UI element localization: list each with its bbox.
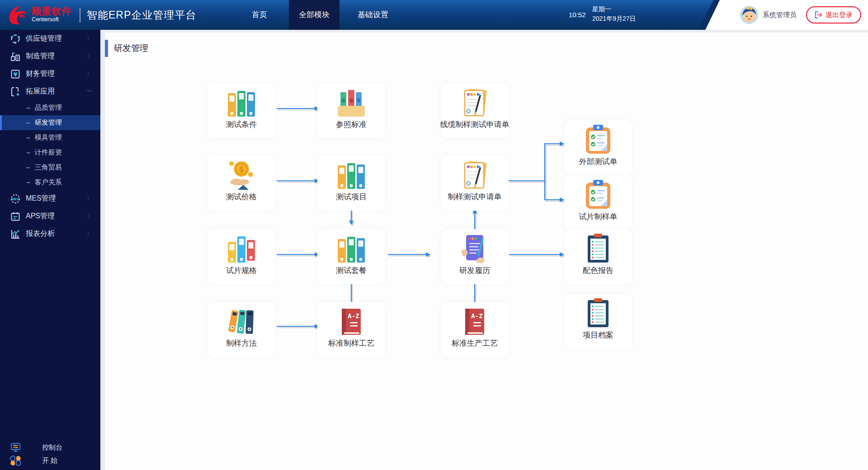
title-accent-bar	[105, 40, 108, 57]
submenu-dash-icon: −	[26, 149, 30, 156]
flow-node-label: 标准制样工艺	[290, 338, 412, 348]
manufacturing-icon	[10, 51, 21, 62]
app-title: 智能ERP企业管理平台	[87, 0, 196, 30]
flow-node-label: 标准生产工艺	[414, 338, 536, 348]
sidebar-item-1[interactable]: 供应链管理〉	[0, 30, 100, 47]
sidebar-item-label: 计件薪资	[35, 148, 62, 157]
flow-node[interactable]: A-Z标准生产工艺	[441, 302, 509, 357]
clipboard-navy-icon	[582, 297, 614, 330]
bookshelf-icon	[335, 87, 368, 119]
sidebar-item-12[interactable]: APS管理〉	[0, 207, 100, 225]
footer-console-button[interactable]: 控制台	[0, 441, 100, 454]
sidebar-item-6[interactable]: −研发管理	[0, 115, 100, 130]
sidebar-item-label: APS管理	[26, 212, 55, 221]
flow-node[interactable]: 项目档案	[564, 294, 632, 349]
sidebar-item-label: 三角贸易	[35, 163, 62, 172]
console-icon	[10, 442, 21, 453]
flow-node-label: 测试条件	[180, 119, 302, 130]
footer-start-button[interactable]: 开 始	[0, 454, 100, 467]
sidebar-item-8[interactable]: −计件薪资	[0, 145, 100, 160]
flow-node[interactable]: 测试条件	[208, 83, 275, 138]
flow-node[interactable]: 制样测试申请单	[441, 155, 509, 211]
sidebar-item-10[interactable]: −客户关系	[0, 175, 100, 190]
sidebar-item-2[interactable]: 制造管理〉	[0, 47, 100, 65]
sidebar-item-11[interactable]: MESMES管理〉	[0, 190, 100, 207]
doc-pen-icon	[458, 159, 491, 192]
submenu-dash-icon: −	[26, 164, 30, 171]
flow-node-label: 制样测试申请单	[414, 192, 536, 202]
sidebar-item-label: 财务管理	[26, 69, 55, 79]
svg-text:A-Z: A-Z	[348, 312, 359, 320]
purple-doc-icon	[458, 233, 491, 265]
report-icon	[10, 229, 21, 240]
chevron-right-icon: 〉	[87, 212, 92, 220]
clipboard-navy-icon	[582, 233, 614, 265]
current-user-name: 系统管理员	[763, 0, 797, 30]
flow-node[interactable]: 配色报告	[564, 229, 632, 284]
clipboard-orange-icon	[582, 179, 614, 212]
doc-pen-icon	[458, 87, 491, 119]
footer-label: 开 始	[42, 456, 57, 465]
footer-label: 控制台	[42, 443, 62, 452]
svg-text:$: $	[239, 165, 244, 174]
flow-node[interactable]: A-Z标准制样工艺	[317, 302, 385, 357]
flow-node[interactable]: 参照标准	[317, 83, 385, 138]
sidebar-item-label: 报表分析	[26, 229, 55, 239]
flow-node-label: 线缆制样测试申请单	[414, 119, 536, 130]
red-book-icon: A-Z	[335, 306, 368, 338]
chevron-right-icon: 〉	[87, 195, 92, 202]
flow-node[interactable]: $测试价格	[208, 155, 275, 211]
sidebar-item-label: 客户关系	[35, 178, 62, 187]
flow-node[interactable]: 外部测试单	[564, 120, 632, 175]
clock-time: 10:52	[569, 0, 586, 30]
flow-node[interactable]: 制样方法	[208, 302, 275, 357]
clipboard-orange-icon	[582, 124, 614, 156]
finance-icon: ¥	[10, 69, 21, 80]
flow-node[interactable]: 研发履历	[441, 229, 509, 284]
sidebar-item-3[interactable]: ¥财务管理〉	[0, 65, 100, 83]
flow-node[interactable]: 试片规格	[208, 229, 275, 284]
date-label: 2021年9月27日	[592, 14, 636, 24]
user-avatar[interactable]	[740, 6, 758, 24]
flow-node-label: 制样方法	[180, 338, 302, 348]
nav-tab-2[interactable]: 全部模块	[289, 0, 340, 30]
flow-node[interactable]: 线缆制样测试申请单	[441, 83, 509, 138]
chevron-down-icon: ﹀	[87, 88, 92, 95]
mes-icon: MES	[10, 193, 21, 204]
flow-node[interactable]: 试片制样单	[564, 175, 632, 230]
sidebar-item-label: MES管理	[26, 194, 56, 203]
binders-b-icon	[225, 233, 258, 265]
supply-chain-icon	[10, 33, 21, 44]
sidebar-item-7[interactable]: −模具管理	[0, 130, 100, 145]
sidebar-item-9[interactable]: −三角贸易	[0, 160, 100, 175]
red-book-icon: A-Z	[458, 306, 491, 338]
centersoft-logo-icon	[6, 3, 28, 26]
sidebar-item-5[interactable]: −品质管理	[0, 100, 100, 115]
flow-node[interactable]: 测试套餐	[317, 229, 385, 284]
sidebar-item-13[interactable]: 报表分析〉	[0, 225, 100, 243]
chevron-right-icon: 〉	[87, 70, 92, 78]
chevron-right-icon: 〉	[87, 230, 92, 238]
binders-a-icon	[225, 87, 258, 119]
flow-node-label: 测试套餐	[290, 265, 412, 276]
flow-node-label: 外部测试单	[537, 156, 659, 167]
logout-label: 退出登录	[826, 11, 853, 19]
top-navigation: 首页全部模块基础设置	[243, 0, 397, 30]
nav-tab-3[interactable]: 基础设置	[349, 0, 397, 30]
sidebar-item-label: 拓展应用	[26, 87, 55, 96]
flow-node-label: 试片规格	[180, 265, 302, 276]
flow-node-label: 试片制样单	[537, 212, 659, 222]
svg-text:¥: ¥	[13, 70, 17, 77]
logout-button[interactable]: 退出登录	[806, 6, 861, 24]
nav-tab-1[interactable]: 首页	[243, 0, 276, 30]
binders-a-icon	[335, 233, 368, 265]
sidebar-item-4[interactable]: 拓展应用﹀	[0, 83, 100, 100]
svg-text:A-Z: A-Z	[471, 312, 482, 320]
logout-icon	[815, 11, 823, 19]
avatar-image	[740, 6, 758, 24]
coin-hand-icon: $	[225, 159, 258, 192]
flow-node[interactable]: 测试项目	[317, 155, 385, 211]
flow-node-label: 测试项目	[290, 192, 412, 202]
weekday-label: 星期一	[592, 5, 636, 14]
aps-icon	[10, 211, 21, 222]
